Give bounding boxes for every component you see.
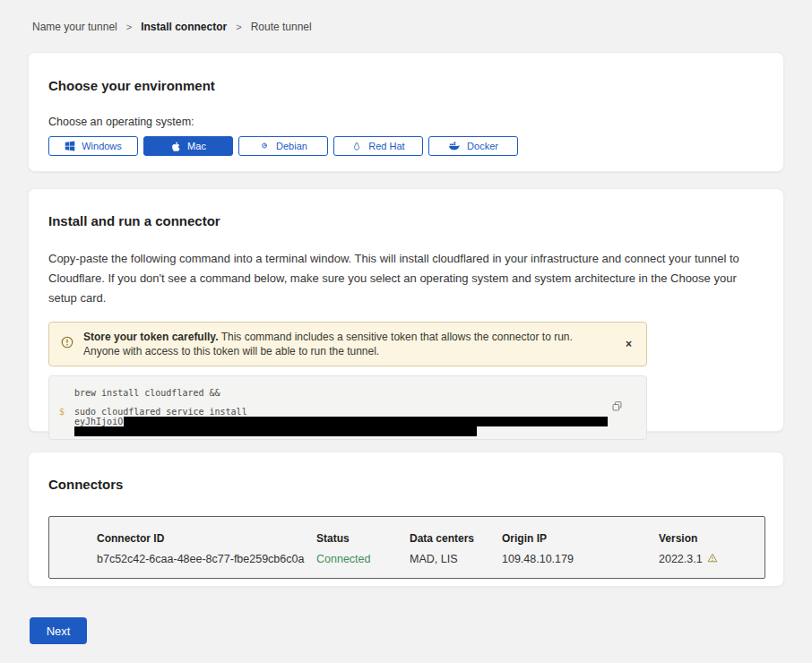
header-status: Status (316, 532, 410, 545)
os-button-redhat[interactable]: Red Hat (333, 136, 423, 156)
install-command-block: brew install cloudflared && $ sudo cloud… (48, 375, 647, 440)
connectors-card: Connectors Connector ID Status Data cent… (28, 452, 784, 587)
install-card: Install and run a connector Copy-paste t… (28, 188, 784, 432)
os-button-docker[interactable]: Docker (428, 136, 518, 156)
header-origin-ip: Origin IP (502, 532, 659, 545)
os-button-debian[interactable]: Debian (238, 136, 328, 156)
version-value: 2022.3.1 (659, 553, 703, 565)
cell-connector-id: b7c52c42-6caa-48ee-8c77-fbe259cb6c0a (97, 553, 316, 565)
header-version: Version (659, 532, 764, 545)
shell-prompt: $ (59, 407, 65, 417)
install-description: Copy-paste the following command into a … (48, 249, 764, 308)
command-line-1: brew install cloudflared && (74, 388, 646, 398)
environment-card-title: Choose your environment (48, 78, 764, 93)
cell-version: 2022.3.1 (659, 553, 764, 565)
version-warning-icon (707, 553, 718, 565)
os-button-label: Mac (187, 141, 206, 151)
command-token-line: eyJhIjoiO (74, 417, 646, 436)
cell-origin-ip: 109.48.10.179 (502, 553, 659, 565)
install-card-title: Install and run a connector (48, 213, 764, 228)
token-prefix: eyJhIjoiO (74, 417, 123, 426)
breadcrumb-route-tunnel[interactable]: Route tunnel (251, 21, 312, 33)
breadcrumb-separator: > (236, 22, 241, 32)
os-button-label: Red Hat (368, 141, 404, 151)
breadcrumb: Name your tunnel > Install connector > R… (0, 0, 812, 33)
breadcrumb-separator: > (126, 22, 132, 32)
header-connector-id: Connector ID (97, 532, 316, 545)
apple-icon (170, 141, 181, 152)
token-warning-banner: Store your token carefully. This command… (48, 322, 647, 366)
redhat-icon (351, 141, 362, 152)
breadcrumb-install-connector[interactable]: Install connector (141, 21, 227, 33)
debian-icon (259, 141, 270, 151)
table-row: b7c52c42-6caa-48ee-8c77-fbe259cb6c0a Con… (97, 553, 764, 565)
alert-circle-icon (61, 336, 73, 352)
redacted-token-bar (124, 417, 608, 426)
os-select-label: Choose an operating system: (48, 116, 764, 128)
redacted-token-bar (74, 426, 477, 436)
os-button-label: Windows (82, 141, 122, 151)
os-button-label: Debian (276, 141, 307, 151)
cell-status: Connected (316, 553, 410, 565)
table-header-row: Connector ID Status Data centers Origin … (97, 532, 764, 545)
os-button-mac[interactable]: Mac (143, 136, 233, 156)
token-warning-text: Store your token carefully. This command… (83, 330, 622, 358)
close-icon[interactable]: × (622, 337, 635, 351)
connectors-card-title: Connectors (48, 477, 764, 492)
docker-icon (448, 141, 461, 151)
copy-icon[interactable] (611, 400, 623, 412)
environment-card: Choose your environment Choose an operat… (28, 52, 784, 172)
next-button[interactable]: Next (30, 617, 87, 644)
os-button-windows[interactable]: Windows (48, 136, 138, 156)
command-line-2: sudo cloudflared service install (74, 407, 646, 417)
os-button-group: Windows Mac Debian Red Hat Docker (48, 136, 764, 156)
footer: Next (30, 617, 812, 644)
windows-icon (65, 141, 75, 151)
cell-data-centers: MAD, LIS (410, 553, 502, 565)
breadcrumb-name-your-tunnel[interactable]: Name your tunnel (32, 21, 117, 33)
os-button-label: Docker (467, 141, 498, 151)
token-warning-title: Store your token carefully. (83, 331, 219, 343)
connectors-table: Connector ID Status Data centers Origin … (48, 516, 765, 579)
header-data-centers: Data centers (410, 532, 502, 545)
